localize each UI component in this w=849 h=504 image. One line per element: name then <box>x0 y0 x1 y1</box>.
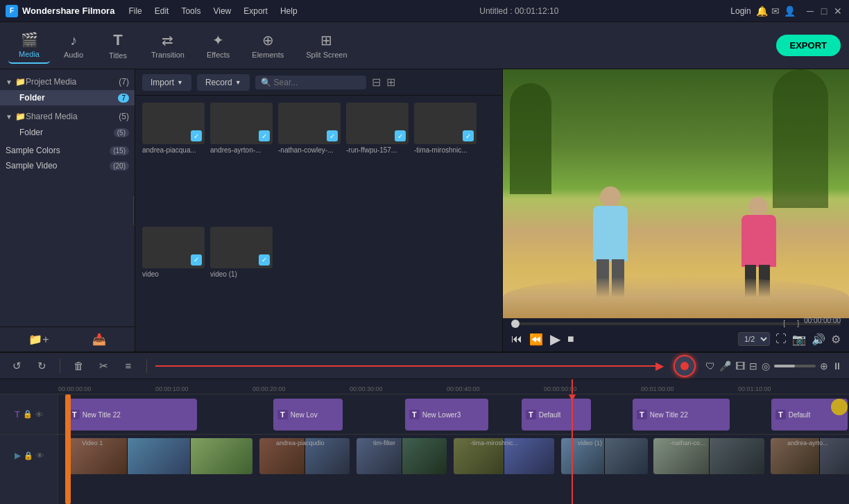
mark-in[interactable]: [ <box>783 320 785 327</box>
mark-out[interactable]: ] <box>797 320 799 327</box>
list-button[interactable]: ≡ <box>119 356 138 376</box>
play-button[interactable]: ▶ <box>550 331 560 347</box>
video-track-lock-icon[interactable]: 🔒 <box>24 451 33 460</box>
redo-button[interactable]: ↻ <box>32 356 51 376</box>
playhead[interactable] <box>572 394 573 504</box>
video-clip-2[interactable]: ▶ tim-filter <box>357 438 447 474</box>
menu-help[interactable]: Help <box>275 5 303 17</box>
media-search-input[interactable] <box>274 78 361 87</box>
video-track-eye-icon[interactable]: 👁 <box>36 451 44 460</box>
step-back-button[interactable]: ⏮ <box>511 333 522 345</box>
account-icon[interactable]: 👤 <box>784 6 795 17</box>
title-clip-4[interactable]: T New Title 22 <box>633 399 730 431</box>
notification-icon[interactable]: 🔔 <box>756 6 767 17</box>
tab-splitscreen[interactable]: ⊞ Split Screen <box>296 28 357 63</box>
video-clip-1[interactable]: ▶ andrea-piacqudio <box>259 438 350 474</box>
mic-icon[interactable]: 🎤 <box>719 360 731 372</box>
title-clip-icon-2: T <box>409 410 420 419</box>
tab-titles[interactable]: T Titles <box>97 27 139 64</box>
app-name: Wondershare Filmora <box>22 6 114 16</box>
media-item-6[interactable]: ✓ video (1) <box>210 227 273 345</box>
subtitles-icon[interactable]: ⊟ <box>749 360 757 372</box>
stop-button[interactable]: ■ <box>567 333 574 345</box>
media-item-4[interactable]: ✓ -tima-miroshnic... <box>414 103 477 221</box>
menu-edit[interactable]: Edit <box>149 5 175 17</box>
media-item-3[interactable]: ✓ -run-ffwpu-157... <box>346 103 409 221</box>
media-item-5[interactable]: ✓ video <box>142 227 205 345</box>
logo-icon: F <box>6 5 18 17</box>
title-clip-2[interactable]: T New Lower3 <box>405 399 488 431</box>
export-button[interactable]: EXPORT <box>776 35 841 56</box>
tab-transition[interactable]: ⇄ Transition <box>142 28 194 63</box>
video-clip-0[interactable]: ▶ Video 1 <box>65 438 252 474</box>
shared-folder-item[interactable]: Folder (5) <box>0 125 135 140</box>
add-folder-button[interactable]: 📁+ <box>28 333 49 346</box>
left-panel: ▼ 📁 Project Media (7) Folder 7 ▼ 📁 Share… <box>0 69 135 351</box>
login-button[interactable]: Login <box>735 6 746 17</box>
undo-button[interactable]: ↺ <box>7 356 26 376</box>
menu-file[interactable]: File <box>123 5 147 17</box>
shield-icon[interactable]: 🛡 <box>705 360 715 372</box>
ruler-mark-4: 00:00:40:00 <box>447 385 480 392</box>
playback-speed-select[interactable]: 1/2 <box>738 332 770 346</box>
snapshot-icon[interactable]: 📷 <box>792 333 806 346</box>
media-thumb-img-1: ✓ <box>210 103 273 144</box>
menu-export[interactable]: Export <box>238 5 273 17</box>
video-settings-icon[interactable]: 🎞 <box>735 360 745 372</box>
grid-view-icon[interactable]: ⊞ <box>386 76 395 89</box>
media-item-2[interactable]: ✓ -nathan-cowley-... <box>278 103 341 221</box>
fullscreen-icon[interactable]: ⛶ <box>775 333 787 345</box>
circle-icon[interactable]: ◎ <box>762 360 770 372</box>
shared-media-header[interactable]: ▼ 📁 Shared Media (5) <box>0 108 135 125</box>
import-button[interactable]: 📥 <box>92 333 106 346</box>
title-track-lock-icon[interactable]: 🔒 <box>23 410 33 419</box>
video-clip-5[interactable]: ▶ -nathan-co... <box>653 438 764 474</box>
video-clip-6[interactable]: ▶ andrea-ayrto... <box>771 438 849 474</box>
media-search-box[interactable]: 🔍 <box>255 76 366 89</box>
ruler-mark-7: 00:01:10:00 <box>738 385 771 392</box>
media-thumb-label-4: -tima-miroshnic... <box>414 146 477 154</box>
minimize-button[interactable]: ─ <box>805 6 816 17</box>
record-dropdown-button[interactable]: Record ▼ <box>197 74 250 91</box>
add-track-icon[interactable]: ⊕ <box>820 360 828 372</box>
shared-folder-count: (5) <box>114 128 129 137</box>
tab-effects[interactable]: ✦ Effects <box>197 28 239 63</box>
timeline-volume-slider[interactable] <box>774 365 816 367</box>
collapse-panel-button[interactable]: ◀ <box>133 197 135 225</box>
title-track-eye-icon[interactable]: 👁 <box>35 410 43 419</box>
volume-icon[interactable]: 🔊 <box>812 333 825 346</box>
folder-item[interactable]: Folder 7 <box>0 90 135 105</box>
filter-icon[interactable]: ⊟ <box>372 76 381 89</box>
progress-bar[interactable]: [ ] 00:00:00:00 <box>511 322 841 325</box>
menu-view[interactable]: View <box>207 5 237 17</box>
message-icon[interactable]: ✉ <box>770 6 781 17</box>
title-clip-0[interactable]: T New Title 22 <box>65 399 197 431</box>
cut-button[interactable]: ✂ <box>94 356 113 376</box>
title-clip-3[interactable]: T Default <box>522 399 591 431</box>
sample-colors-item[interactable]: Sample Colors (15) <box>0 143 135 158</box>
pause-all-icon[interactable]: ⏸ <box>832 360 842 372</box>
shared-media-label: Shared Media <box>26 112 119 121</box>
tab-elements[interactable]: ⊕ Elements <box>242 28 293 63</box>
import-dropdown-button[interactable]: Import ▼ <box>142 74 191 91</box>
clip-frames-2 <box>357 438 447 474</box>
shared-media-count: (5) <box>119 112 129 121</box>
sample-video-item[interactable]: Sample Video (20) <box>0 158 135 173</box>
tab-media[interactable]: 🎬 Media <box>8 27 50 64</box>
close-button[interactable]: ✕ <box>832 6 843 17</box>
frame-back-button[interactable]: ⏪ <box>529 333 543 346</box>
delete-button[interactable]: 🗑 <box>69 356 88 376</box>
record-button[interactable] <box>674 355 696 377</box>
ruler-mark-1: 00:00:10:00 <box>155 385 189 392</box>
progress-knob[interactable] <box>511 320 520 328</box>
media-item-1[interactable]: ✓ andres-ayrton-... <box>210 103 273 221</box>
settings-icon[interactable]: ⚙ <box>831 333 841 346</box>
title-clip-1[interactable]: T New Lov <box>273 399 343 431</box>
media-item-0[interactable]: ✓ andrea-piacqua... <box>142 103 205 221</box>
tab-audio[interactable]: ♪ Audio <box>53 28 94 63</box>
menu-tools[interactable]: Tools <box>175 5 206 17</box>
video-clip-3[interactable]: ▶ -tima-miroshnic... <box>454 438 554 474</box>
project-media-header[interactable]: ▼ 📁 Project Media (7) <box>0 73 135 90</box>
maximize-button[interactable]: □ <box>818 6 830 17</box>
video-clip-4[interactable]: ▶ video (1) <box>561 438 648 474</box>
